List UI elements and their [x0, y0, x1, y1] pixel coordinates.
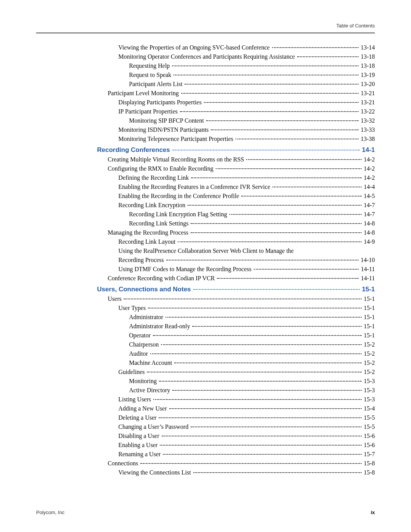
toc-entry-page: 13-38: [359, 135, 375, 143]
toc-entry-label: Monitoring Telepresence Participant Prop…: [118, 135, 235, 143]
toc-entry-page: 13-14: [359, 43, 375, 52]
toc-entry-row: IP Participant Properties13-22: [97, 107, 375, 116]
toc-entry-page: 13-21: [359, 89, 375, 97]
header-section-label: Table of Contents: [36, 23, 375, 29]
toc-entry-row: Recording Link Encryption14-7: [97, 201, 375, 209]
toc-leader: [191, 172, 361, 178]
toc-entry-row: Monitoring ISDN/PSTN Participants13-33: [97, 126, 375, 134]
toc-leader: [172, 60, 358, 66]
toc-entry-row: Defining the Recording Link14-2: [97, 174, 375, 182]
toc-chapter-row: Recording Conferences14-1: [97, 145, 375, 155]
toc-leader: [150, 348, 362, 354]
toc-entry-label: Participant Alerts List: [129, 80, 184, 88]
toc-entry-label: Renaming a User: [118, 450, 162, 459]
toc-entry-row: Administrator15-1: [97, 313, 375, 321]
toc-entry-page: 13-20: [359, 80, 375, 88]
toc-entry-row: Monitoring15-3: [97, 377, 375, 385]
toc-entry-row: Using DTMF Codes to Manage the Recording…: [97, 265, 375, 273]
toc-entry-row: Administrator Read-only15-1: [97, 322, 375, 331]
toc-entry-label: Conference Recording with Codian IP VCR: [108, 274, 216, 283]
toc-leader: [236, 133, 358, 139]
toc-entry-row: Changing a User’s Password15-5: [97, 422, 375, 431]
toc-entry-row: Renaming a User15-7: [97, 450, 375, 458]
toc-entry-page: 14-2: [362, 174, 375, 182]
toc-entry-label: Participant Level Monitoring: [108, 89, 180, 97]
toc-entry-label: Deleting a User: [118, 414, 158, 422]
toc-entry-label: Managing the Recording Process: [108, 228, 190, 237]
toc-entry-row: Listing Users15-3: [97, 395, 375, 404]
toc-entry-row: Participant Level Monitoring13-21: [97, 89, 375, 97]
toc-chapter-label: Recording Conferences: [97, 146, 172, 155]
toc-entry-row: Recording Link Encryption Flag Setting14…: [97, 210, 375, 219]
toc-entry-page: 14-7: [362, 210, 375, 219]
toc-entry-row: Adding a New User15-4: [97, 404, 375, 413]
toc-entry-page: 13-32: [359, 117, 375, 125]
toc-leader: [166, 312, 362, 318]
toc-entry-page: 15-8: [362, 459, 375, 468]
toc-entry-label: Changing a User’s Password: [118, 423, 190, 431]
toc-entry-page: 14-11: [359, 274, 375, 283]
toc-leader: [174, 69, 358, 75]
toc-leader: [216, 163, 362, 169]
toc-entry-row: Viewing the Properties of an Ongoing SVC…: [97, 43, 375, 52]
toc-entry-page: 15-3: [362, 395, 375, 404]
toc-entry-page: 15-6: [362, 441, 375, 449]
toc-entry-page: 14-9: [362, 238, 375, 246]
toc-entry-row: Monitoring Operator Conferences and Part…: [97, 53, 375, 61]
toc-leader: [124, 293, 361, 299]
toc-leader: [174, 357, 361, 363]
toc-leader: [192, 321, 361, 327]
toc-entry-page: 14-8: [362, 219, 375, 228]
toc-entry-page: 15-3: [362, 386, 375, 395]
footer-page-number: ix: [371, 510, 375, 515]
toc-leader: [153, 394, 362, 400]
toc-entry-label: Recording Link Encryption: [118, 201, 187, 209]
toc-leader: [181, 88, 358, 94]
toc-entry-label: Enabling the Recording Features in a Con…: [118, 183, 272, 191]
toc-entry-label: Defining the Recording Link: [118, 174, 190, 182]
page-footer: Polycom, Inc ix: [36, 510, 375, 515]
toc-entry-label: Viewing the Connections List: [118, 468, 193, 477]
toc-entry-row: Enabling the Recording in the Conference…: [97, 192, 375, 200]
toc-entry-row: Managing the Recording Process14-8: [97, 228, 375, 237]
toc-entry-row: Participant Alerts List13-20: [97, 80, 375, 88]
toc-entry-page: 14-7: [362, 201, 375, 209]
toc-entry-label: Monitoring SIP BFCP Content: [129, 117, 206, 125]
toc-chapter-row: Users, Connections and Notes15-1: [97, 284, 375, 294]
toc-entry-label: Recording Link Settings: [129, 219, 190, 228]
toc-leader: [211, 124, 358, 130]
table-of-contents: Viewing the Properties of an Ongoing SVC…: [97, 43, 375, 476]
toc-entry-row: Request to Speak13-19: [97, 71, 375, 79]
toc-entry-label: Recording Link Encryption Flag Setting: [129, 210, 229, 219]
toc-entry-label: Machine Account: [129, 359, 174, 367]
toc-entry-page: 14-10: [359, 256, 375, 264]
toc-leader: [172, 385, 362, 391]
toc-entry-row: Displaying Participants Properties13-21: [97, 98, 375, 107]
toc-entry-label: Using DTMF Codes to Manage the Recording…: [118, 265, 253, 273]
toc-entry-page: 15-1: [362, 322, 375, 331]
toc-entry-page: 15-2: [362, 350, 375, 358]
toc-entry-label: Displaying Participants Properties: [118, 98, 203, 107]
toc-entry-label: Monitoring Operator Conferences and Part…: [118, 53, 296, 61]
toc-entry-row: Disabling a User15-6: [97, 431, 375, 440]
toc-leader: [169, 403, 362, 409]
toc-leader: [166, 254, 358, 260]
toc-entry-page: 14-8: [362, 228, 375, 237]
toc-entry-label: Auditor: [129, 350, 150, 358]
toc-entry-row: Users15-1: [97, 295, 375, 303]
toc-entry-label: Adding a New User: [118, 404, 169, 413]
toc-entry-label: Viewing the Properties of an Ongoing SVC…: [118, 43, 271, 52]
toc-entry-label: Chairperson: [129, 340, 160, 349]
toc-leader: [185, 78, 358, 85]
header-rule: [36, 32, 375, 34]
toc-entry-label: Administrator: [129, 313, 165, 321]
toc-leader: [204, 97, 358, 103]
toc-entry-row: Monitoring Telepresence Participant Prop…: [97, 135, 375, 143]
toc-entry-page: 13-18: [359, 62, 375, 70]
toc-leader: [229, 209, 362, 215]
toc-entry-page: 14-5: [362, 192, 375, 200]
toc-entry-label: Active Directory: [129, 386, 172, 395]
toc-entry-label: Connections: [108, 459, 140, 468]
toc-entry-label: User Types: [118, 304, 147, 312]
toc-entry-row: Requesting Help13-18: [97, 62, 375, 70]
